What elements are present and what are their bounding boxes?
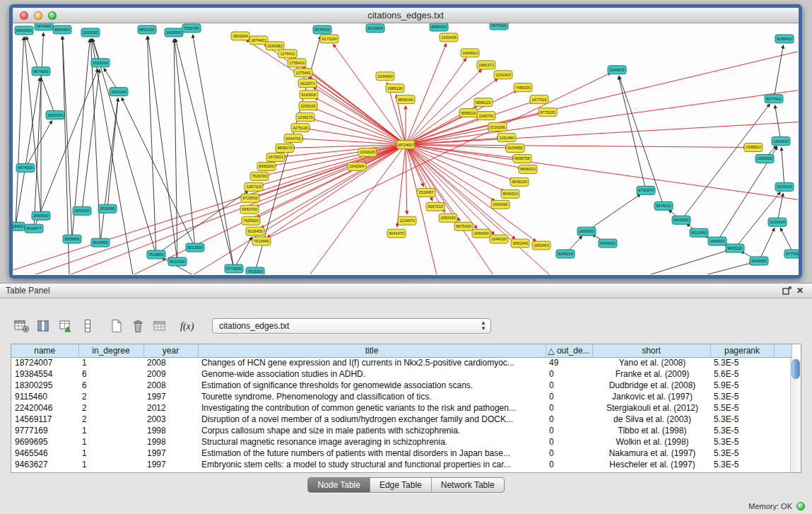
table-scrollbar-thumb[interactable] [792, 359, 800, 379]
table-row[interactable]: 946554611997Estimation of the future num… [11, 448, 792, 459]
graph-node[interactable]: 9558210 [459, 109, 478, 117]
graph-node[interactable]: 2023300 [81, 28, 100, 37]
table-cell[interactable]: 0 [546, 448, 592, 459]
column-header[interactable]: name [11, 344, 78, 357]
graph-node[interactable]: 9245020 [750, 257, 768, 265]
graph-node[interactable]: 1015130 [775, 182, 794, 191]
graph-node[interactable]: 9154690 [506, 144, 524, 153]
graph-node[interactable]: 9318400 [13, 222, 25, 230]
graph-node[interactable]: 1664910 [461, 49, 479, 57]
table-cell[interactable]: 1997 [143, 391, 198, 402]
column-header[interactable]: title [198, 344, 546, 357]
graph-node[interactable]: 1970631 [266, 153, 285, 161]
graph-node[interactable]: 1666400 [472, 229, 490, 238]
column-header[interactable]: △ out_de... [546, 344, 592, 357]
graph-node[interactable]: 9041470 [387, 229, 406, 238]
table-row[interactable]: 946362711997Embryonic stem cells: a mode… [11, 459, 792, 470]
graph-node[interactable]: 1877516 [530, 95, 548, 104]
graph-node[interactable]: 8590300 [430, 23, 448, 31]
graph-node[interactable]: 1275441 [294, 69, 312, 77]
table-cell[interactable]: 14569117 [11, 414, 78, 425]
table-cell[interactable]: Yano et al. (2008) [592, 357, 710, 368]
table-cell[interactable]: 1 [78, 448, 143, 459]
graph-node[interactable]: 1696310 [708, 237, 726, 245]
graph-node[interactable]: 9773000 [225, 264, 243, 273]
table-cell[interactable]: 9463627 [11, 459, 78, 470]
table-cell[interactable]: 5.3E-5 [710, 425, 774, 436]
graph-node[interactable]: 1652420 [439, 214, 457, 222]
table-cell[interactable]: 1998 [143, 425, 198, 436]
table-cell[interactable]: 0 [546, 402, 592, 414]
graph-node[interactable]: 9173190 [320, 35, 339, 43]
graph-node[interactable]: 7619440 [252, 237, 271, 245]
graph-node[interactable]: 1231903 [494, 71, 512, 79]
graph-node[interactable]: 1986126 [386, 84, 404, 93]
table-cell[interactable]: 5.3E-5 [710, 357, 774, 368]
graph-node[interactable]: 1634690 [376, 72, 394, 81]
table-cell[interactable]: 18300295 [11, 380, 78, 391]
table-row[interactable]: 2242004622012Investigating the contribut… [11, 402, 792, 414]
graph-node[interactable]: 8591300 [138, 25, 156, 34]
graph-node[interactable]: 4275120 [291, 124, 310, 132]
table-cell[interactable]: 1998 [143, 436, 198, 448]
table-cell[interactable]: Corpus callosum shape and size in male p… [198, 425, 546, 436]
table-cell[interactable]: 5.5E-5 [710, 402, 774, 414]
graph-node[interactable]: 9195400 [775, 35, 794, 43]
table-row[interactable]: 911546021997Tourette syndrome. Phenomeno… [11, 391, 792, 402]
table-cell[interactable]: Jankovic et al. (1997) [592, 391, 710, 402]
graph-node[interactable]: 9674100 [490, 23, 508, 30]
graph-node[interactable]: 18724007 [396, 141, 415, 149]
table-row[interactable]: 969969511998Structural magnetic resonanc… [11, 436, 792, 448]
table-cell[interactable]: 1997 [143, 459, 198, 470]
table-cell[interactable]: 5.9E-5 [710, 380, 774, 391]
new-table-icon[interactable] [107, 317, 125, 334]
graph-node[interactable]: 8380200 [257, 162, 276, 170]
table-cell[interactable]: 49 [546, 357, 592, 368]
column-header[interactable]: pagerank [710, 344, 774, 357]
column-header[interactable]: short [592, 344, 710, 357]
graph-node[interactable]: 9012450 [690, 228, 708, 237]
table-cell[interactable]: 2009 [143, 368, 198, 380]
graph-node[interactable]: 1214670 [398, 216, 416, 225]
table-cell[interactable]: Disruption of a novel member of a sodium… [198, 414, 546, 425]
graph-node[interactable]: 1863244 [231, 32, 249, 40]
graph-node[interactable]: 8896510 [519, 165, 537, 173]
graph-node[interactable]: 9505800 [63, 235, 81, 243]
graph-node[interactable]: 6777020 [784, 250, 799, 258]
graph-node[interactable]: 1830029 [358, 148, 377, 157]
graph-node[interactable]: 9806140 [396, 95, 415, 104]
graph-node[interactable]: 1239170 [296, 113, 314, 122]
graph-node[interactable]: 9435220 [726, 244, 744, 252]
table-cell[interactable]: Genome-wide association studies in ADHD. [198, 368, 546, 380]
table-selector-dropdown[interactable]: citations_edges.txt ▲▼ [212, 318, 491, 334]
table-cell[interactable]: 1 [78, 425, 143, 436]
graph-node[interactable]: 5578700 [313, 25, 331, 34]
table-cell[interactable]: 0 [546, 414, 592, 425]
graph-node[interactable]: 9674000 [16, 163, 35, 172]
graph-node[interactable]: 9162605 [300, 90, 318, 99]
graph-node[interactable]: 7615300 [246, 267, 264, 274]
graph-node[interactable]: 9674200 [32, 67, 50, 76]
table-cell[interactable]: 0 [546, 436, 592, 448]
tab-edge-table[interactable]: Edge Table [370, 478, 432, 492]
close-window-button[interactable] [20, 11, 28, 20]
table-cell[interactable]: 2008 [143, 357, 198, 368]
graph-node[interactable]: 9505893 [91, 238, 110, 247]
graph-node[interactable]: 1944879 [608, 66, 626, 74]
graph-node[interactable]: 7552700 [182, 24, 201, 33]
graph-node[interactable]: 1874421 [249, 36, 268, 45]
table-cell[interactable]: 2012 [143, 402, 198, 414]
table-cell[interactable]: 2008 [143, 380, 198, 391]
graph-node[interactable]: 1048120 [490, 235, 508, 243]
table-cell[interactable]: 6 [78, 380, 143, 391]
table-settings-icon[interactable] [13, 317, 31, 334]
graph-node[interactable]: 9344701 [284, 134, 302, 143]
table-cell[interactable]: de Silva et al. (2003) [592, 414, 710, 425]
graph-node[interactable]: 9675420 [454, 222, 473, 230]
minimize-window-button[interactable] [34, 11, 42, 20]
table-cell[interactable]: 0 [546, 380, 592, 391]
table-cell[interactable]: Estimation of the future numbers of pati… [198, 448, 546, 459]
graph-node[interactable]: 9318477 [25, 224, 43, 233]
graph-node[interactable]: 7518800 [147, 250, 165, 259]
network-view[interactable]: 1872400718632441874421226008212764111755… [13, 23, 799, 274]
